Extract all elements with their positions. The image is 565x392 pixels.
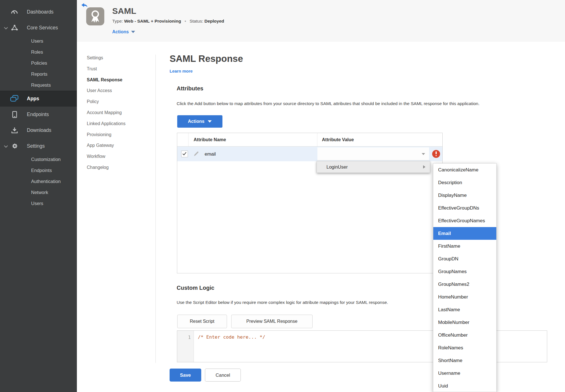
attribute-name-header: Attribute Name bbox=[189, 133, 317, 146]
tablet-icon bbox=[10, 110, 19, 119]
submenu-item-mobilenumber[interactable]: MobileNumber bbox=[433, 316, 496, 329]
sidebar-item-policies[interactable]: Policies bbox=[0, 58, 77, 69]
chevron-down-icon bbox=[422, 153, 425, 155]
sidebar-item-label: Settings bbox=[27, 143, 45, 149]
dropdown-item-loginuser[interactable]: LoginUser bbox=[317, 161, 430, 173]
checkbox-column-header bbox=[177, 133, 189, 146]
sidebar-item-label: Apps bbox=[27, 96, 39, 102]
save-button[interactable]: Save bbox=[170, 369, 201, 382]
submenu-item-shortname[interactable]: ShortName bbox=[433, 354, 496, 367]
sidebar-item-customization[interactable]: Customization bbox=[0, 154, 77, 165]
section-title: SAML Response bbox=[170, 53, 243, 64]
table-row[interactable]: email bbox=[177, 147, 442, 161]
custom-logic-description: Use the Script Editor below if you requi… bbox=[177, 300, 388, 305]
sidebar-item-apps[interactable]: Apps bbox=[0, 91, 77, 106]
submenu-item-displayname[interactable]: DisplayName bbox=[433, 189, 496, 202]
submenu-item-lastname[interactable]: LastName bbox=[433, 303, 496, 316]
editor-line-number: 1 bbox=[177, 331, 194, 362]
tab-account-mapping[interactable]: Account Mapping bbox=[87, 107, 152, 118]
submenu-item-homenumber[interactable]: HomeNumber bbox=[433, 291, 496, 303]
sidebar-item-authentication[interactable]: Authentication bbox=[0, 176, 77, 187]
cancel-button[interactable]: Cancel bbox=[205, 369, 241, 382]
tab-provisioning[interactable]: Provisioning bbox=[87, 129, 152, 140]
sidebar-item-settings-endpoints[interactable]: Endpoints bbox=[0, 165, 77, 176]
attribute-value-dropdown[interactable] bbox=[317, 147, 429, 160]
sidebar-item-endpoints[interactable]: Endpoints bbox=[0, 106, 77, 122]
sidebar-item-network[interactable]: Network bbox=[0, 187, 77, 198]
attributes-actions-button[interactable]: Actions bbox=[177, 115, 222, 128]
tab-settings[interactable]: Settings bbox=[87, 53, 152, 64]
tab-app-gateway[interactable]: App Gateway bbox=[87, 140, 152, 151]
table-header-row: Attribute Name Attribute Value bbox=[177, 133, 442, 147]
vertical-divider bbox=[155, 55, 156, 363]
sidebar-item-label: Network bbox=[31, 190, 48, 195]
chevron-down-icon bbox=[131, 31, 135, 33]
separator-dot: • bbox=[185, 19, 186, 23]
attributes-table: Attribute Name Attribute Value email bbox=[177, 133, 443, 273]
chevron-down-icon bbox=[208, 120, 212, 123]
core-services-icon bbox=[10, 23, 19, 32]
attribute-name-cell: email bbox=[205, 151, 216, 157]
custom-logic-heading: Custom Logic bbox=[177, 285, 214, 291]
submenu-item-firstname[interactable]: FirstName bbox=[433, 240, 496, 252]
tab-linked-applications[interactable]: Linked Applications bbox=[87, 118, 152, 129]
sidebar-item-label: Users bbox=[31, 201, 43, 206]
sidebar-item-label: Requests bbox=[31, 82, 51, 88]
sidebar-item-label: Authentication bbox=[31, 179, 61, 184]
check-icon bbox=[183, 151, 187, 155]
submenu-item-officenumber[interactable]: OfficeNumber bbox=[433, 329, 496, 341]
submenu-item-rolenames[interactable]: RoleNames bbox=[433, 341, 496, 354]
sidebar-item-label: Policies bbox=[31, 60, 47, 66]
submenu-arrow-icon bbox=[423, 165, 425, 169]
submenu-item-groupdn[interactable]: GroupDN bbox=[433, 252, 496, 265]
submenu-item-groupnames2[interactable]: GroupNames2 bbox=[433, 278, 496, 291]
submenu-item-uuid[interactable]: Uuid bbox=[433, 380, 496, 392]
sidebar-item-settings[interactable]: Settings bbox=[0, 138, 77, 154]
sidebar-item-label: Endpoints bbox=[27, 112, 49, 117]
status-label: Status: bbox=[190, 19, 203, 23]
status-badge: Deployed bbox=[204, 19, 224, 23]
attribute-submenu: CanonicalizeName Description DisplayName… bbox=[433, 163, 497, 392]
app-header: SAML Type: Web - SAML + Provisioning • S… bbox=[77, 0, 565, 42]
sidebar-item-reports[interactable]: Reports bbox=[0, 69, 77, 80]
learn-more-link[interactable]: Learn more bbox=[170, 69, 193, 73]
tab-saml-response[interactable]: SAML Response bbox=[87, 75, 152, 86]
preview-saml-response-button[interactable]: Preview SAML Response bbox=[231, 315, 313, 328]
tab-changelog[interactable]: Changelog bbox=[87, 162, 152, 173]
chevron-down-icon bbox=[4, 143, 8, 149]
dropdown-item-label: LoginUser bbox=[326, 164, 348, 170]
row-checkbox[interactable] bbox=[181, 151, 188, 157]
tab-workflow[interactable]: Workflow bbox=[87, 151, 152, 162]
type-label: Type: bbox=[112, 19, 123, 23]
tab-policy[interactable]: Policy bbox=[87, 96, 152, 107]
sidebar-item-downloads[interactable]: Downloads bbox=[0, 122, 77, 138]
sidebar-item-label: Reports bbox=[31, 71, 47, 77]
sidebar-item-requests[interactable]: Requests bbox=[0, 80, 77, 91]
app-meta: Type: Web - SAML + Provisioning • Status… bbox=[112, 19, 224, 24]
submenu-item-effectivegroupdns[interactable]: EffectiveGroupDNs bbox=[433, 202, 496, 214]
type-value: Web - SAML + Provisioning bbox=[124, 19, 181, 23]
sidebar-item-settings-users[interactable]: Users bbox=[0, 198, 77, 209]
sidebar-item-roles[interactable]: Roles bbox=[0, 47, 77, 58]
tab-trust[interactable]: Trust bbox=[87, 64, 152, 75]
header-actions-menu[interactable]: Actions bbox=[112, 29, 135, 34]
gauge-icon bbox=[10, 8, 19, 16]
sidebar-item-core-services[interactable]: Core Services bbox=[0, 20, 77, 36]
submenu-item-canonicalizename[interactable]: CanonicalizeName bbox=[433, 164, 496, 176]
submenu-item-username[interactable]: Username bbox=[433, 367, 496, 380]
reset-script-button[interactable]: Reset Script bbox=[177, 315, 227, 328]
sidebar-item-users[interactable]: Users bbox=[0, 36, 77, 47]
sidebar-item-label: Downloads bbox=[27, 127, 51, 133]
sidebar-item-dashboards[interactable]: Dashboards bbox=[0, 4, 77, 20]
submenu-item-description[interactable]: Description bbox=[433, 176, 496, 189]
sidebar-item-label: Users bbox=[31, 38, 43, 44]
tab-user-access[interactable]: User Access bbox=[87, 85, 152, 96]
gear-icon bbox=[10, 142, 19, 150]
submenu-item-effectivegroupnames[interactable]: EffectiveGroupNames bbox=[433, 214, 496, 227]
attributes-heading: Attributes bbox=[177, 85, 203, 92]
saml-admin-page: SAML Type: Web - SAML + Provisioning • S… bbox=[0, 0, 565, 392]
header-actions-label: Actions bbox=[112, 29, 129, 34]
app-section-nav: Settings Trust SAML Response User Access… bbox=[87, 53, 152, 173]
submenu-item-email[interactable]: Email bbox=[433, 227, 496, 240]
submenu-item-groupnames[interactable]: GroupNames bbox=[433, 265, 496, 278]
